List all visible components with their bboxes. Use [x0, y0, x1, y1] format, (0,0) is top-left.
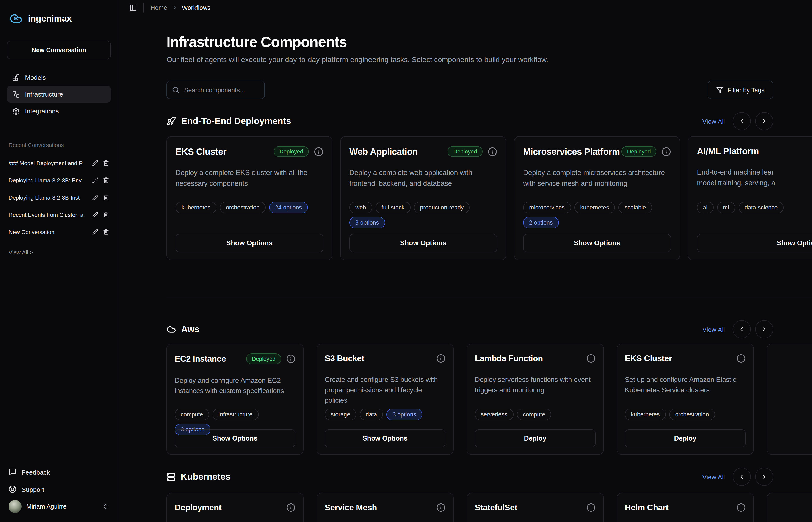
info-icon[interactable] — [587, 354, 596, 363]
tag: production-ready — [414, 202, 470, 213]
component-card-service-mesh[interactable]: Service Mesh — [317, 493, 454, 522]
new-conversation-button[interactable]: New Conversation — [7, 41, 111, 59]
sidebar-toggle-icon[interactable] — [130, 4, 137, 12]
status-badge: Deployed — [274, 146, 309, 157]
card-title: S3 Bucket — [325, 354, 364, 363]
breadcrumb: Home Workflows — [151, 4, 211, 11]
component-card-microservices-platform[interactable]: Microservices Platform Deployed Deploy a… — [514, 136, 680, 260]
options-pill[interactable]: 24 options — [269, 202, 308, 213]
carousel-prev-button[interactable] — [733, 468, 751, 486]
section-divider — [166, 297, 812, 297]
sidebar-view-all-link[interactable]: View All > — [7, 249, 111, 256]
edit-icon[interactable] — [92, 160, 98, 166]
recent-conversations-heading: Recent Conversations — [7, 142, 111, 148]
edit-icon[interactable] — [92, 212, 98, 218]
component-card-deployment[interactable]: Deployment — [166, 493, 303, 522]
conversation-item[interactable]: Recent Events from Cluster: a — [7, 206, 111, 223]
sidebar-footer: Feedback Support Miriam Aguirre — [7, 463, 111, 515]
component-card-aiml-platform[interactable]: AI/ML Platform End-to-end machine lear m… — [688, 136, 812, 260]
chevrons-up-down-icon — [102, 503, 109, 510]
cards-row-kubernetes: Deployment Service Mesh — [166, 493, 812, 522]
status-badge: Deployed — [448, 146, 482, 157]
tag: serverless — [475, 409, 513, 420]
section-title: End-To-End Deployments — [181, 116, 291, 126]
show-options-button[interactable]: Show Options — [175, 429, 295, 447]
conversation-item[interactable]: Deploying Llama-3.2-3B-Inst — [7, 189, 111, 206]
view-all-link[interactable]: View All — [702, 118, 725, 125]
view-all-link[interactable]: View All — [702, 473, 725, 480]
view-all-link[interactable]: View All — [702, 326, 725, 333]
sidebar-item-infrastructure[interactable]: Infrastructure — [7, 86, 111, 103]
info-icon[interactable] — [736, 354, 746, 363]
edit-icon[interactable] — [92, 177, 98, 183]
info-icon[interactable] — [314, 147, 323, 156]
deploy-button[interactable]: Deploy — [625, 429, 746, 447]
show-options-button[interactable]: Show Options — [325, 429, 445, 447]
conversation-item[interactable]: Deploying Llama-3.2-3B: Env — [7, 172, 111, 189]
section-header-kubernetes: Kubernetes View All — [166, 468, 773, 486]
component-card-web-application[interactable]: Web Application Deployed Deploy a comple… — [340, 136, 506, 260]
component-card-eks-cluster-aws[interactable]: EKS Cluster Set up and configure Amazon … — [617, 344, 754, 455]
trash-icon[interactable] — [103, 177, 109, 183]
carousel-prev-button[interactable] — [733, 320, 751, 338]
trash-icon[interactable] — [103, 195, 109, 200]
feedback-link[interactable]: Feedback — [7, 463, 111, 481]
conversation-item[interactable]: ### Model Deployment and R — [7, 154, 111, 172]
show-options-button[interactable]: Show Options — [523, 234, 671, 252]
search-box — [166, 81, 265, 99]
info-icon[interactable] — [436, 503, 445, 512]
card-title: EKS Cluster — [625, 354, 672, 363]
feedback-label: Feedback — [22, 468, 50, 476]
search-input[interactable] — [166, 81, 265, 99]
trash-icon[interactable] — [103, 160, 109, 166]
info-icon[interactable] — [286, 503, 295, 512]
component-card-partial[interactable] — [767, 344, 812, 455]
sidebar-item-integrations[interactable]: Integrations — [7, 103, 111, 119]
info-icon[interactable] — [488, 147, 497, 156]
tag: data-science — [739, 202, 784, 213]
card-description: Deploy a complete web application with f… — [349, 167, 497, 188]
show-options-button[interactable]: Show Options — [176, 234, 323, 252]
cloud-icon — [166, 325, 176, 334]
component-card-statefulset[interactable]: StatefulSet — [467, 493, 604, 522]
sidebar-item-models[interactable]: Models — [7, 69, 111, 86]
edit-icon[interactable] — [92, 195, 98, 200]
component-card-lambda-function[interactable]: Lambda Function Deploy serverless functi… — [467, 344, 604, 455]
show-options-button[interactable]: Show Options — [697, 234, 812, 252]
options-pill[interactable]: 3 options — [387, 409, 422, 420]
info-icon[interactable] — [661, 147, 671, 156]
filter-by-tags-button[interactable]: Filter by Tags — [708, 81, 773, 99]
conversation-item[interactable]: New Conversation — [7, 223, 111, 241]
carousel-next-button[interactable] — [755, 112, 773, 130]
info-icon[interactable] — [587, 503, 596, 512]
component-card-s3-bucket[interactable]: S3 Bucket Create and configure S3 bucket… — [317, 344, 454, 455]
component-card-eks-cluster[interactable]: EKS Cluster Deployed Deploy a complete E… — [166, 136, 333, 260]
tag: kubernetes — [176, 202, 216, 213]
card-description: Deploy a complete microservices architec… — [523, 167, 671, 188]
carousel-prev-button[interactable] — [733, 112, 751, 130]
edit-icon[interactable] — [92, 229, 98, 235]
options-pill[interactable]: 3 options — [349, 217, 385, 228]
page-content: Infrastructure Components Our fleet of a… — [118, 34, 812, 522]
tag: scalable — [619, 202, 652, 213]
info-icon[interactable] — [436, 354, 445, 363]
topbar: Home Workflows — [118, 0, 812, 16]
carousel-next-button[interactable] — [755, 468, 773, 486]
trash-icon[interactable] — [103, 212, 109, 218]
carousel-next-button[interactable] — [755, 320, 773, 338]
support-link[interactable]: Support — [7, 481, 111, 498]
options-pill[interactable]: 2 options — [523, 217, 559, 228]
component-card-ec2-instance[interactable]: EC2 Instance Deployed Deploy and configu… — [166, 344, 303, 455]
card-title: Web Application — [349, 146, 418, 157]
info-icon[interactable] — [286, 354, 295, 363]
user-menu[interactable]: Miriam Aguirre — [7, 498, 111, 515]
card-description: Deploy and configure Amazon EC2 instance… — [175, 376, 295, 396]
breadcrumb-home[interactable]: Home — [151, 4, 167, 11]
info-icon[interactable] — [736, 503, 746, 512]
card-title: EC2 Instance — [175, 354, 226, 364]
show-options-button[interactable]: Show Options — [349, 234, 497, 252]
component-card-helm-chart[interactable]: Helm Chart — [617, 493, 754, 522]
trash-icon[interactable] — [103, 229, 109, 235]
component-card-partial[interactable] — [767, 493, 812, 522]
deploy-button[interactable]: Deploy — [475, 429, 596, 447]
